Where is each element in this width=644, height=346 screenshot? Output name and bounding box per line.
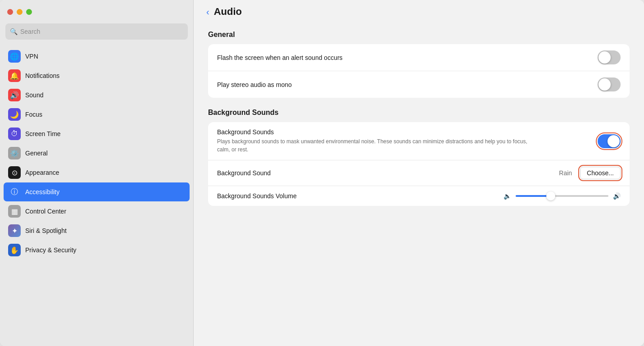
sidebar-item-label-sound: Sound — [25, 91, 43, 99]
toggle-stereo-mono[interactable] — [598, 77, 621, 91]
accessibility-icon: ⓘ — [8, 186, 21, 198]
volume-low-icon: 🔈 — [503, 192, 511, 200]
sidebar-item-label-focus: Focus — [25, 111, 42, 118]
privacy-icon: ✋ — [8, 244, 21, 256]
sidebar-item-label-screentime: Screen Time — [25, 130, 61, 137]
card-general: Flash the screen when an alert sound occ… — [208, 44, 630, 98]
sidebar-item-privacy[interactable]: ✋Privacy & Security — [4, 241, 190, 260]
sidebar-item-label-appearance: Appearance — [25, 169, 59, 176]
card-row-bg-sound-choose: Background SoundRainChoose... — [208, 160, 630, 186]
sidebar-item-label-accessibility: Accessibility — [25, 188, 59, 196]
section-title-background-sounds: Background Sounds — [208, 109, 630, 117]
toggle-knob-bg-sounds-toggle — [608, 135, 620, 147]
card-background-sounds: Background SoundsPlays background sounds… — [208, 122, 630, 206]
sidebar-item-label-siri: Siri & Spotlight — [25, 227, 67, 234]
general-icon: ⚙️ — [8, 147, 21, 159]
section-title-general: General — [208, 31, 630, 39]
sidebar-item-vpn[interactable]: 🌐VPN — [4, 47, 190, 66]
choose-button[interactable]: Choose... — [580, 167, 621, 179]
sidebar-item-siri[interactable]: ✦Siri & Spotlight — [4, 221, 190, 240]
row-main-flash-screen: Flash the screen when an alert sound occ… — [217, 54, 598, 61]
toggle-knob-flash-screen — [599, 51, 611, 64]
row-main-bg-sounds-toggle: Background SoundsPlays background sounds… — [217, 128, 598, 154]
row-label-bg-sound-choose: Background Sound — [217, 169, 559, 177]
siri-icon: ✦ — [8, 224, 21, 237]
volume-slider-track[interactable] — [516, 195, 608, 197]
row-label-stereo-mono: Play stereo audio as mono — [217, 81, 598, 88]
card-row-bg-sounds-toggle: Background SoundsPlays background sounds… — [208, 122, 630, 160]
sidebar-item-label-vpn: VPN — [25, 53, 38, 60]
toggle-knob-stereo-mono — [599, 78, 611, 91]
sidebar-item-general[interactable]: ⚙️General — [4, 144, 190, 163]
row-label-bg-sounds-volume: Background Sounds Volume — [217, 192, 503, 200]
back-button[interactable]: ‹ — [206, 7, 209, 16]
main-header: ‹ Audio — [194, 0, 644, 23]
search-input[interactable]: Search — [20, 28, 40, 35]
row-label-bg-sounds-toggle: Background Sounds — [217, 128, 598, 136]
toggle-bg-sounds-toggle[interactable] — [598, 134, 621, 148]
sound-name-label: Rain — [559, 169, 572, 177]
sidebar: 🔍 Search 🌐VPN🔔Notifications🔊Sound🌙Focus⏱… — [0, 0, 194, 346]
sidebar-item-label-privacy: Privacy & Security — [25, 246, 77, 254]
volume-slider-fill — [516, 195, 551, 197]
close-button[interactable] — [7, 9, 13, 15]
sidebar-list: 🌐VPN🔔Notifications🔊Sound🌙Focus⏱Screen Ti… — [0, 45, 193, 346]
sidebar-item-notifications[interactable]: 🔔Notifications — [4, 66, 190, 85]
controlcenter-icon: ▦ — [8, 205, 21, 218]
main-content: GeneralFlash the screen when an alert so… — [194, 23, 644, 346]
main-panel: ‹ Audio GeneralFlash the screen when an … — [194, 0, 644, 346]
sound-icon: 🔊 — [8, 89, 21, 101]
minimize-button[interactable] — [17, 9, 23, 15]
notifications-icon: 🔔 — [8, 69, 21, 82]
vpn-icon: 🌐 — [8, 50, 21, 63]
screentime-icon: ⏱ — [8, 127, 21, 140]
volume-row: 🔈🔊 — [503, 192, 621, 200]
sidebar-item-focus[interactable]: 🌙Focus — [4, 105, 190, 124]
card-row-flash-screen: Flash the screen when an alert sound occ… — [208, 44, 630, 71]
maximize-button[interactable] — [26, 9, 32, 15]
row-main-stereo-mono: Play stereo audio as mono — [217, 81, 598, 88]
sidebar-item-sound[interactable]: 🔊Sound — [4, 86, 190, 105]
volume-slider-thumb[interactable] — [546, 191, 555, 200]
card-row-bg-sounds-volume: Background Sounds Volume🔈🔊 — [208, 186, 630, 206]
search-icon: 🔍 — [10, 28, 18, 35]
card-row-stereo-mono: Play stereo audio as mono — [208, 71, 630, 98]
sidebar-item-accessibility[interactable]: ⓘAccessibility — [4, 182, 190, 201]
toggle-flash-screen[interactable] — [598, 50, 621, 64]
sidebar-item-label-controlcenter: Control Center — [25, 208, 66, 215]
page-title: Audio — [214, 6, 242, 18]
appearance-icon: ⊙ — [8, 166, 21, 179]
focus-icon: 🌙 — [8, 108, 21, 121]
row-label-flash-screen: Flash the screen when an alert sound occ… — [217, 54, 598, 61]
sidebar-item-controlcenter[interactable]: ▦Control Center — [4, 202, 190, 221]
sidebar-item-label-general: General — [25, 150, 48, 157]
sidebar-item-label-notifications: Notifications — [25, 72, 59, 79]
volume-high-icon: 🔊 — [613, 192, 621, 200]
titlebar — [0, 0, 193, 23]
choose-area: RainChoose... — [559, 167, 621, 179]
sidebar-item-appearance[interactable]: ⊙Appearance — [4, 163, 190, 182]
main-window: 🔍 Search 🌐VPN🔔Notifications🔊Sound🌙Focus⏱… — [0, 0, 644, 346]
search-bar[interactable]: 🔍 Search — [5, 23, 188, 40]
row-sublabel-bg-sounds-toggle: Plays background sounds to mask unwanted… — [217, 137, 541, 154]
sidebar-item-screentime[interactable]: ⏱Screen Time — [4, 124, 190, 143]
